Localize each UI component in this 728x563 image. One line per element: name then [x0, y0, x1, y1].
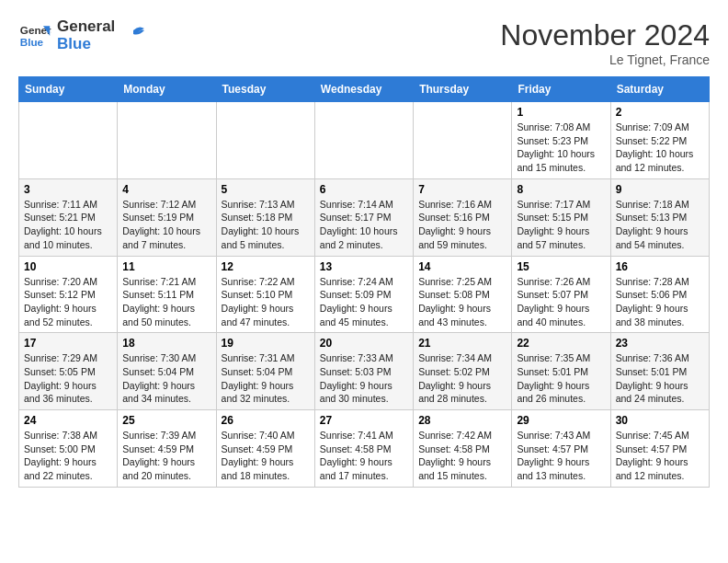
- weekday-header-friday: Friday: [512, 77, 610, 102]
- day-cell: [314, 102, 413, 179]
- day-info: Sunrise: 7:36 AM Sunset: 5:01 PM Dayligh…: [616, 351, 704, 406]
- day-info: Sunrise: 7:39 AM Sunset: 4:59 PM Dayligh…: [122, 429, 210, 483]
- weekday-header-row: SundayMondayTuesdayWednesdayThursdayFrid…: [19, 77, 710, 102]
- day-number: 16: [616, 260, 704, 273]
- day-cell: 19Sunrise: 7:31 AM Sunset: 5:04 PM Dayli…: [216, 333, 314, 410]
- day-info: Sunrise: 7:13 AM Sunset: 5:18 PM Dayligh…: [222, 198, 310, 252]
- day-number: 10: [24, 260, 112, 273]
- day-number: 9: [616, 183, 704, 196]
- day-info: Sunrise: 7:22 AM Sunset: 5:10 PM Dayligh…: [222, 275, 310, 329]
- day-cell: 3Sunrise: 7:11 AM Sunset: 5:21 PM Daylig…: [19, 178, 118, 256]
- day-cell: [414, 102, 512, 179]
- day-cell: 18Sunrise: 7:30 AM Sunset: 5:04 PM Dayli…: [118, 333, 216, 410]
- day-info: Sunrise: 7:20 AM Sunset: 5:12 PM Dayligh…: [24, 275, 112, 329]
- day-info: Sunrise: 7:08 AM Sunset: 5:23 PM Dayligh…: [517, 121, 605, 175]
- day-info: Sunrise: 7:42 AM Sunset: 4:58 PM Dayligh…: [418, 429, 506, 483]
- day-number: 2: [616, 106, 704, 119]
- day-number: 28: [418, 414, 506, 427]
- day-number: 21: [418, 337, 506, 350]
- weekday-header-saturday: Saturday: [610, 77, 709, 102]
- day-cell: 15Sunrise: 7:26 AM Sunset: 5:07 PM Dayli…: [512, 256, 610, 333]
- day-number: 20: [320, 337, 408, 350]
- week-row-4: 17Sunrise: 7:29 AM Sunset: 5:05 PM Dayli…: [19, 333, 710, 410]
- week-row-1: 1Sunrise: 7:08 AM Sunset: 5:23 PM Daylig…: [19, 102, 710, 179]
- logo: General Blue General Blue: [18, 18, 146, 52]
- day-number: 27: [320, 414, 408, 427]
- day-number: 26: [222, 414, 310, 427]
- day-cell: 2Sunrise: 7:09 AM Sunset: 5:22 PM Daylig…: [610, 102, 709, 179]
- day-info: Sunrise: 7:45 AM Sunset: 4:57 PM Dayligh…: [616, 429, 704, 483]
- day-cell: 13Sunrise: 7:24 AM Sunset: 5:09 PM Dayli…: [314, 256, 413, 333]
- day-cell: 17Sunrise: 7:29 AM Sunset: 5:05 PM Dayli…: [19, 333, 118, 410]
- day-cell: 22Sunrise: 7:35 AM Sunset: 5:01 PM Dayli…: [512, 333, 610, 410]
- weekday-header-sunday: Sunday: [19, 77, 118, 102]
- day-info: Sunrise: 7:35 AM Sunset: 5:01 PM Dayligh…: [517, 351, 605, 406]
- day-number: 4: [122, 183, 210, 196]
- day-cell: 14Sunrise: 7:25 AM Sunset: 5:08 PM Dayli…: [414, 256, 512, 333]
- day-cell: 23Sunrise: 7:36 AM Sunset: 5:01 PM Dayli…: [610, 333, 709, 410]
- day-number: 6: [320, 183, 408, 196]
- svg-text:Blue: Blue: [20, 35, 44, 47]
- day-number: 11: [122, 260, 210, 273]
- day-info: Sunrise: 7:41 AM Sunset: 4:58 PM Dayligh…: [320, 429, 408, 483]
- day-info: Sunrise: 7:21 AM Sunset: 5:11 PM Dayligh…: [122, 275, 210, 329]
- logo-icon: General Blue: [18, 19, 51, 52]
- day-info: Sunrise: 7:11 AM Sunset: 5:21 PM Dayligh…: [24, 198, 112, 252]
- weekday-header-tuesday: Tuesday: [216, 77, 314, 102]
- day-info: Sunrise: 7:26 AM Sunset: 5:07 PM Dayligh…: [517, 275, 605, 329]
- day-number: 18: [122, 337, 210, 350]
- weekday-header-wednesday: Wednesday: [314, 77, 413, 102]
- day-number: 3: [24, 183, 112, 196]
- day-number: 12: [222, 260, 310, 273]
- day-number: 23: [616, 337, 704, 350]
- day-number: 25: [122, 414, 210, 427]
- day-number: 15: [517, 260, 605, 273]
- title-block: November 2024 Le Tignet, France: [500, 18, 710, 67]
- weekday-header-monday: Monday: [118, 77, 216, 102]
- day-info: Sunrise: 7:25 AM Sunset: 5:08 PM Dayligh…: [418, 275, 506, 329]
- day-info: Sunrise: 7:40 AM Sunset: 4:59 PM Dayligh…: [222, 429, 310, 483]
- day-cell: 4Sunrise: 7:12 AM Sunset: 5:19 PM Daylig…: [118, 178, 216, 256]
- day-cell: 28Sunrise: 7:42 AM Sunset: 4:58 PM Dayli…: [414, 410, 512, 488]
- week-row-2: 3Sunrise: 7:11 AM Sunset: 5:21 PM Daylig…: [19, 178, 710, 256]
- day-number: 29: [517, 414, 605, 427]
- day-cell: 20Sunrise: 7:33 AM Sunset: 5:03 PM Dayli…: [314, 333, 413, 410]
- day-number: 19: [222, 337, 310, 350]
- week-row-5: 24Sunrise: 7:38 AM Sunset: 5:00 PM Dayli…: [19, 410, 710, 488]
- day-cell: 27Sunrise: 7:41 AM Sunset: 4:58 PM Dayli…: [314, 410, 413, 488]
- month-title: November 2024: [500, 18, 710, 52]
- logo-general: General: [57, 18, 115, 36]
- calendar-table: SundayMondayTuesdayWednesdayThursdayFrid…: [18, 76, 710, 488]
- logo-blue: Blue: [57, 36, 115, 53]
- day-info: Sunrise: 7:14 AM Sunset: 5:17 PM Dayligh…: [320, 198, 408, 252]
- day-info: Sunrise: 7:09 AM Sunset: 5:22 PM Dayligh…: [616, 121, 704, 175]
- day-cell: 29Sunrise: 7:43 AM Sunset: 4:57 PM Dayli…: [512, 410, 610, 488]
- day-info: Sunrise: 7:38 AM Sunset: 5:00 PM Dayligh…: [24, 429, 112, 483]
- day-info: Sunrise: 7:31 AM Sunset: 5:04 PM Dayligh…: [222, 351, 310, 406]
- day-cell: [216, 102, 314, 179]
- weekday-header-thursday: Thursday: [414, 77, 512, 102]
- day-number: 17: [24, 337, 112, 350]
- day-number: 7: [418, 183, 506, 196]
- page-header: General Blue General Blue November 2024 …: [18, 18, 710, 67]
- day-cell: 9Sunrise: 7:18 AM Sunset: 5:13 PM Daylig…: [610, 178, 709, 256]
- week-row-3: 10Sunrise: 7:20 AM Sunset: 5:12 PM Dayli…: [19, 256, 710, 333]
- day-info: Sunrise: 7:12 AM Sunset: 5:19 PM Dayligh…: [122, 198, 210, 252]
- day-number: 24: [24, 414, 112, 427]
- day-cell: 5Sunrise: 7:13 AM Sunset: 5:18 PM Daylig…: [216, 178, 314, 256]
- day-info: Sunrise: 7:30 AM Sunset: 5:04 PM Dayligh…: [122, 351, 210, 406]
- logo-bird-icon: [120, 23, 146, 49]
- day-cell: 1Sunrise: 7:08 AM Sunset: 5:23 PM Daylig…: [512, 102, 610, 179]
- day-info: Sunrise: 7:33 AM Sunset: 5:03 PM Dayligh…: [320, 351, 408, 406]
- day-cell: [19, 102, 118, 179]
- day-cell: 30Sunrise: 7:45 AM Sunset: 4:57 PM Dayli…: [610, 410, 709, 488]
- day-number: 30: [616, 414, 704, 427]
- day-cell: 11Sunrise: 7:21 AM Sunset: 5:11 PM Dayli…: [118, 256, 216, 333]
- day-cell: 6Sunrise: 7:14 AM Sunset: 5:17 PM Daylig…: [314, 178, 413, 256]
- day-info: Sunrise: 7:43 AM Sunset: 4:57 PM Dayligh…: [517, 429, 605, 483]
- day-number: 14: [418, 260, 506, 273]
- day-info: Sunrise: 7:16 AM Sunset: 5:16 PM Dayligh…: [418, 198, 506, 252]
- day-info: Sunrise: 7:28 AM Sunset: 5:06 PM Dayligh…: [616, 275, 704, 329]
- day-cell: 8Sunrise: 7:17 AM Sunset: 5:15 PM Daylig…: [512, 178, 610, 256]
- day-number: 13: [320, 260, 408, 273]
